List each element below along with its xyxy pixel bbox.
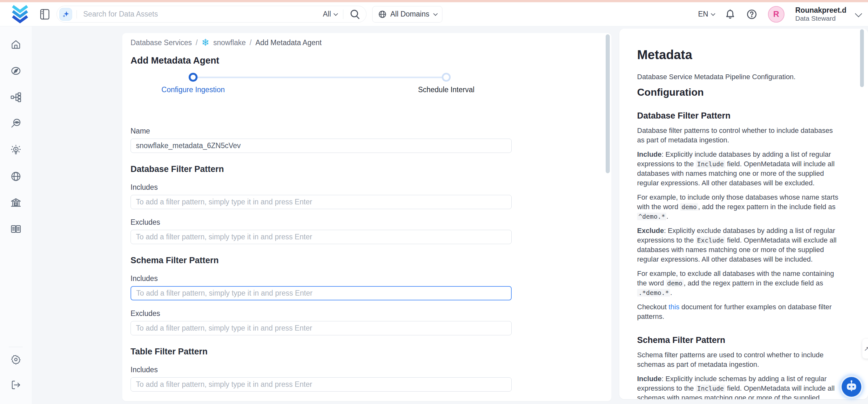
breadcrumb-current: Add Metadata Agent — [255, 38, 321, 47]
language-dropdown[interactable]: EN — [698, 10, 714, 19]
help-icon[interactable] — [746, 9, 757, 20]
name-label: Name — [130, 127, 512, 136]
docs-paragraph: For example, to include only those datab… — [637, 193, 840, 221]
global-search-bar[interactable]: All — [57, 6, 367, 23]
name-field[interactable] — [130, 139, 512, 153]
includes-label: Includes — [130, 183, 512, 192]
sidebar-item-govern[interactable] — [10, 197, 22, 208]
sidebar-item-insights[interactable] — [10, 144, 22, 156]
database-includes-input[interactable] — [130, 195, 512, 209]
section-title-table-filter: Table Filter Pattern — [130, 347, 512, 357]
stepper — [130, 73, 512, 82]
sidebar-item-observability[interactable] — [10, 118, 22, 129]
node-tree-icon — [10, 91, 22, 103]
breadcrumb-database-services[interactable]: Database Services — [130, 38, 192, 47]
section-title-database-filter: Database Filter Pattern — [130, 164, 512, 174]
docs-panel: Metadata Database Service Metadata Pipel… — [619, 29, 868, 399]
domains-dropdown[interactable]: All Domains — [372, 6, 442, 23]
search-eye-icon — [10, 118, 22, 129]
user-role: Data Steward — [795, 15, 846, 22]
robot-icon — [844, 379, 859, 394]
ingestion-form: Name Database Filter Pattern Includes Ex… — [130, 127, 512, 401]
language-label: EN — [698, 10, 708, 19]
main-scrollbar[interactable] — [606, 34, 610, 173]
excludes-label: Excludes — [130, 218, 512, 227]
user-info[interactable]: Rounakpreet.d Data Steward — [795, 6, 846, 22]
page-title: Add Metadata Agent — [130, 55, 611, 66]
search-input[interactable] — [77, 10, 323, 19]
divider — [343, 9, 343, 19]
sidebar-item-settings[interactable] — [10, 354, 22, 365]
step-label-schedule-interval: Schedule Interval — [418, 86, 474, 94]
docs-paragraph: Exclude: Explicitly exclude databases by… — [637, 226, 840, 264]
home-icon — [10, 39, 22, 50]
docs-paragraph: Include: Explicitly include schemas by a… — [637, 374, 840, 399]
left-nav — [0, 26, 32, 404]
docs-paragraph: For example, to exclude all databases wi… — [637, 269, 840, 297]
docs-title: Metadata — [637, 48, 840, 62]
chevron-down-icon — [433, 11, 438, 16]
breadcrumb: Database Services / ❄ snowflake / Add Me… — [130, 37, 611, 48]
sidebar-item-logout[interactable] — [10, 379, 22, 391]
top-accent-strip — [0, 0, 868, 2]
docs-paragraph: Database filter patterns to control whet… — [637, 126, 840, 145]
search-scope-label: All — [323, 10, 331, 19]
breadcrumb-snowflake[interactable]: snowflake — [213, 38, 246, 47]
section-title-schema-filter: Schema Filter Pattern — [130, 256, 512, 265]
notifications-bell-icon[interactable] — [725, 9, 736, 20]
edge-expand-tab[interactable]: ↗ — [862, 339, 868, 358]
domains-label: All Domains — [390, 10, 429, 19]
docs-paragraph: Schema filter patterns are used to contr… — [637, 350, 840, 369]
app-header: All All Domains EN — [0, 2, 868, 26]
sidebar-item-lineage[interactable] — [10, 91, 22, 103]
divider — [9, 347, 23, 347]
docs-subtitle: Database Service Metadata Pipeline Confi… — [637, 72, 840, 82]
sidebar-item-home[interactable] — [10, 39, 22, 50]
gear-icon — [10, 354, 22, 365]
schema-excludes-input[interactable] — [130, 321, 512, 335]
step-circle-schedule-interval[interactable] — [442, 73, 451, 82]
docs-config-heading: Configuration — [637, 86, 840, 98]
chevron-down-icon — [711, 11, 715, 16]
table-includes-input[interactable] — [130, 377, 512, 392]
search-icon[interactable] — [350, 9, 361, 20]
step-connector — [197, 77, 446, 78]
user-name: Rounakpreet.d — [795, 6, 846, 14]
docs-schema-filter-heading: Schema Filter Pattern — [637, 335, 840, 345]
ingestion-form-panel: Database Services / ❄ snowflake / Add Me… — [122, 33, 611, 401]
sidebar-item-explore[interactable] — [10, 65, 22, 77]
search-scope-dropdown[interactable]: All — [323, 10, 337, 19]
step-circle-configure-ingestion[interactable] — [189, 73, 197, 82]
excludes-label: Excludes — [130, 309, 512, 318]
open-book-icon — [10, 224, 22, 235]
docs-database-filter-heading: Database Filter Pattern — [637, 111, 840, 121]
snowflake-icon: ❄ — [202, 38, 209, 47]
docs-paragraph-link: Checkout this document for further examp… — [637, 302, 840, 321]
sidebar-item-glossary[interactable] — [10, 224, 22, 235]
docs-scrollbar[interactable] — [860, 29, 864, 87]
sidebar-item-domains[interactable] — [10, 171, 22, 182]
schema-includes-input[interactable] — [130, 286, 512, 300]
avatar[interactable]: R — [768, 6, 784, 23]
excludes-label: Excludes — [130, 401, 512, 401]
includes-label: Includes — [130, 366, 512, 374]
openmetadata-logo-icon[interactable] — [11, 5, 29, 24]
docs-paragraph: Include: Explicitly include databases by… — [637, 150, 840, 188]
user-menu-chevron-icon[interactable] — [855, 10, 862, 17]
compass-icon — [10, 65, 22, 77]
database-excludes-input[interactable] — [130, 230, 512, 244]
step-label-configure-ingestion: Configure Ingestion — [161, 86, 224, 94]
lightbulb-icon — [10, 144, 22, 156]
sidebar-toggle-icon[interactable] — [40, 9, 50, 20]
logout-icon — [10, 379, 22, 391]
expand-icon: ↗ — [864, 345, 868, 352]
bank-icon — [10, 197, 22, 208]
globe-icon — [10, 171, 22, 182]
ai-sparkle-icon[interactable] — [59, 8, 72, 21]
chevron-down-icon — [334, 11, 338, 16]
chat-assistant-button[interactable] — [840, 375, 863, 398]
includes-label: Includes — [130, 274, 512, 283]
